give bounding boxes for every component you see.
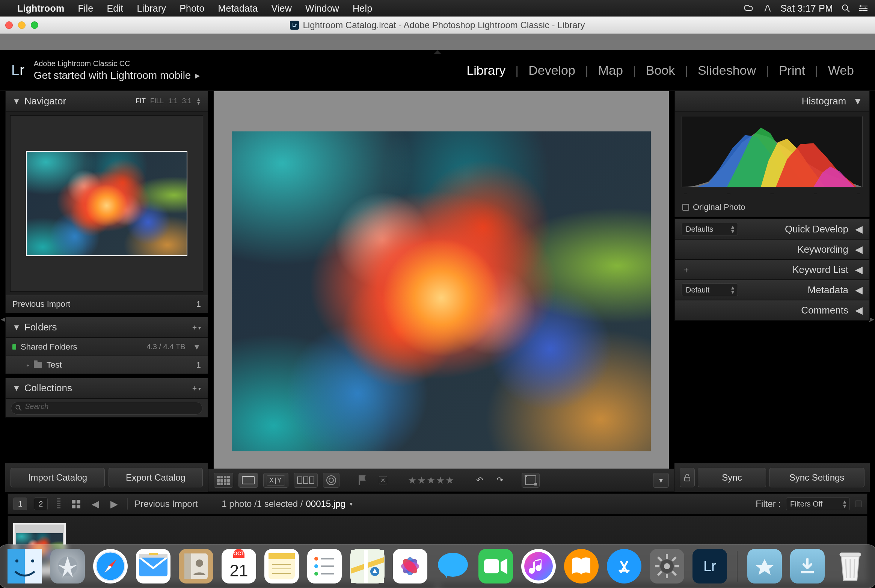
filmstrip-prev-button[interactable]: ◀ — [89, 498, 101, 510]
zoom-3to1[interactable]: 3:1 — [182, 97, 192, 105]
mobile-prompt[interactable]: Get started with Lightroom mobile — [34, 69, 200, 81]
window-minimize-button[interactable] — [18, 21, 26, 29]
loupe-viewer[interactable] — [213, 91, 669, 492]
flag-pick-button[interactable] — [355, 473, 370, 488]
comments-panel-header[interactable]: Comments — [675, 300, 869, 320]
dock-launchpad[interactable] — [50, 549, 85, 583]
filmstrip-grid-icon[interactable] — [69, 500, 83, 508]
import-catalog-button[interactable]: Import Catalog — [11, 468, 105, 487]
spotlight-icon[interactable] — [841, 4, 850, 13]
rotate-cw-button[interactable]: ↷ — [492, 473, 507, 488]
module-slideshow[interactable]: Slideshow — [688, 63, 766, 78]
add-keyword-button[interactable]: ＋ — [682, 264, 691, 276]
original-photo-checkbox[interactable] — [682, 204, 689, 211]
zoom-1to1[interactable]: 1:1 — [168, 97, 178, 105]
compare-view-button[interactable]: X|Y — [263, 473, 288, 488]
menu-edit[interactable]: Edit — [100, 3, 130, 14]
add-folder-button[interactable]: ＋▾ — [191, 322, 201, 332]
primary-display-button[interactable]: 1 — [13, 498, 27, 510]
quick-develop-panel-header[interactable]: Defaults▲▼ Quick Develop — [675, 219, 869, 239]
histogram-graph[interactable] — [682, 116, 863, 187]
module-web[interactable]: Web — [818, 63, 864, 78]
dock-maps[interactable] — [350, 549, 385, 583]
rating-stars[interactable]: ★★★★★ — [405, 473, 458, 488]
add-collection-button[interactable]: ＋▾ — [191, 383, 201, 393]
module-book[interactable]: Book — [636, 63, 685, 78]
menu-window[interactable]: Window — [299, 3, 346, 14]
metadata-panel-header[interactable]: Default▲▼ Metadata — [675, 280, 869, 300]
dock-photos[interactable] — [393, 549, 427, 583]
histogram-panel-header[interactable]: Histogram — [675, 91, 869, 112]
dock-itunes[interactable] — [521, 549, 556, 583]
sync-settings-button[interactable]: Sync Settings — [769, 468, 864, 487]
navigator-preview[interactable] — [10, 115, 203, 292]
volume-row[interactable]: Shared Folders 4.3 / 4.4 TB — [6, 338, 208, 356]
dock-contacts[interactable] — [179, 549, 213, 583]
flag-reject-button[interactable]: ✕ — [376, 473, 391, 488]
menu-file[interactable]: File — [71, 3, 100, 14]
filter-select[interactable]: Filters Off▲▼ — [786, 498, 850, 510]
filmstrip-grip[interactable] — [57, 498, 60, 510]
dock-calendar[interactable]: OCT 21 — [222, 549, 256, 583]
dock-lightroom[interactable]: Lr — [692, 549, 727, 583]
metadata-preset-select[interactable]: Default▲▼ — [682, 283, 738, 296]
zoom-fill[interactable]: FILL — [150, 97, 164, 105]
filmstrip-source[interactable]: Previous Import — [134, 499, 198, 509]
secondary-display-button[interactable]: 2 — [34, 498, 48, 510]
zoom-stepper-icon[interactable]: ▲▼ — [196, 98, 201, 105]
menu-metadata[interactable]: Metadata — [211, 3, 265, 14]
dock-folder-downloads[interactable] — [790, 549, 825, 583]
zoom-fit[interactable]: FIT — [136, 97, 146, 105]
keywording-panel-header[interactable]: Keywording — [675, 239, 869, 259]
creative-cloud-icon[interactable] — [744, 5, 755, 12]
dock-folder-applications[interactable] — [747, 549, 782, 583]
volume-disclosure-icon[interactable] — [193, 342, 201, 352]
navigator-panel-header[interactable]: Navigator FIT FILL 1:1 3:1 ▲▼ — [6, 91, 208, 112]
folder-expand-icon[interactable]: ▸ — [27, 362, 29, 368]
filmstrip-filename-dropdown-icon[interactable]: ▼ — [348, 501, 354, 507]
loupe-view-button[interactable] — [238, 473, 258, 488]
keyword-list-panel-header[interactable]: ＋ Keyword List — [675, 259, 869, 280]
collections-panel-header[interactable]: Collections ＋▾ — [6, 378, 208, 398]
window-zoom-button[interactable] — [31, 21, 38, 29]
filter-lock-icon[interactable] — [855, 501, 862, 507]
menu-photo[interactable]: Photo — [173, 3, 211, 14]
dock-finder[interactable] — [8, 549, 42, 583]
quick-develop-preset-select[interactable]: Defaults▲▼ — [682, 223, 738, 235]
module-print[interactable]: Print — [769, 63, 815, 78]
menu-library[interactable]: Library — [130, 3, 173, 14]
filmstrip-next-button[interactable]: ▶ — [108, 498, 120, 510]
frame-select-button[interactable] — [522, 473, 540, 488]
export-catalog-button[interactable]: Export Catalog — [109, 468, 203, 487]
dock-notes[interactable] — [264, 549, 299, 583]
survey-view-button[interactable] — [294, 473, 318, 488]
sync-lock-toggle[interactable] — [680, 468, 695, 487]
module-library[interactable]: Library — [457, 63, 515, 78]
collections-search-input[interactable]: Search — [11, 402, 202, 415]
dock-facetime[interactable] — [478, 549, 513, 583]
script-menu-icon[interactable] — [763, 4, 772, 13]
window-close-button[interactable] — [5, 21, 13, 29]
module-map[interactable]: Map — [588, 63, 633, 78]
catalog-previous-import-row[interactable]: Previous Import 1 — [6, 295, 208, 313]
dock-system-preferences[interactable] — [650, 549, 684, 583]
folders-panel-header[interactable]: Folders ＋▾ — [6, 317, 208, 338]
menu-view[interactable]: View — [264, 3, 299, 14]
grid-view-button[interactable] — [214, 473, 233, 488]
dock-messages[interactable] — [436, 549, 470, 583]
rotate-ccw-button[interactable]: ↶ — [472, 473, 487, 488]
toolbar-options-button[interactable]: ▾ — [653, 473, 669, 488]
dock-safari[interactable] — [93, 549, 128, 583]
menu-help[interactable]: Help — [346, 3, 379, 14]
dock-reminders[interactable] — [307, 549, 342, 583]
menubar-clock[interactable]: Sat 3:17 PM — [780, 3, 833, 14]
expand-top-panel-grip[interactable] — [434, 50, 441, 54]
control-center-icon[interactable] — [858, 5, 868, 12]
app-menu[interactable]: Lightroom — [11, 3, 71, 14]
dock-appstore[interactable] — [607, 549, 641, 583]
dock-ibooks[interactable] — [564, 549, 599, 583]
dock-trash[interactable] — [833, 549, 867, 583]
dock-mail[interactable] — [136, 549, 170, 583]
people-view-button[interactable] — [323, 473, 339, 488]
sync-button[interactable]: Sync — [698, 468, 766, 487]
